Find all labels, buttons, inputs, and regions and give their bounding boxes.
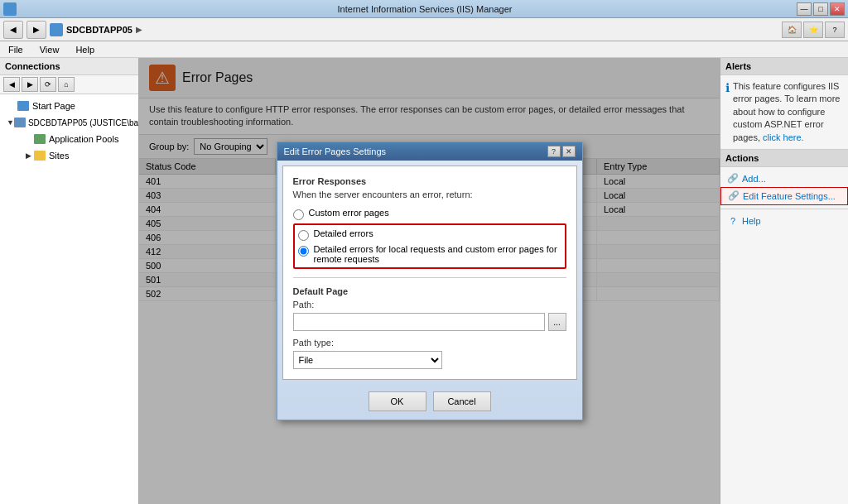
action-add[interactable]: 🔗 Add... xyxy=(720,170,848,187)
title-bar: Internet Information Services (IIS) Mana… xyxy=(0,0,848,18)
radio-highlight-box: Detailed errors Detailed errors for loca… xyxy=(293,223,566,269)
sidebar-tree: Start Page ▼ SDCBDTAPP05 (JUSTICE\bart A… xyxy=(0,94,138,504)
sidebar-item-application-pools[interactable]: Application Pools xyxy=(0,131,138,147)
alerts-link[interactable]: click here. xyxy=(763,132,804,142)
pathtype-select[interactable]: File ExecuteURL Redirect xyxy=(293,351,442,369)
dialog-titlebar: Edit Error Pages Settings ? ✕ xyxy=(277,142,582,161)
ok-button[interactable]: OK xyxy=(369,391,426,411)
back-button[interactable]: ◀ xyxy=(3,21,23,39)
edit-icon: 🔗 xyxy=(728,190,740,202)
right-panel: Alerts ℹ This feature configures IIS err… xyxy=(720,58,848,504)
radio-detailed-local-input[interactable] xyxy=(298,246,309,257)
apppool-icon xyxy=(33,132,46,146)
content-area: ⚠ Error Pages Use this feature to config… xyxy=(139,58,720,504)
dialog-close-button[interactable]: ✕ xyxy=(562,146,576,157)
sidebar-btn-refresh[interactable]: ⟳ xyxy=(40,77,56,92)
server-icon xyxy=(14,116,26,129)
action-edit-label: Edit Feature Settings... xyxy=(743,191,836,201)
sidebar-header: Connections xyxy=(0,58,138,75)
address-arrow: ▶ xyxy=(136,25,142,34)
path-row: ... xyxy=(293,313,566,331)
pathtype-label: Path type: xyxy=(293,338,566,348)
radio-detailed-errors: Detailed errors xyxy=(298,228,561,241)
radio-custom-label: Custom error pages xyxy=(309,208,389,218)
dialog-help-button[interactable]: ? xyxy=(547,146,561,157)
sidebar: Connections ◀ ▶ ⟳ ⌂ Start Page ▼ SDCBDTA… xyxy=(0,58,139,504)
startpage-icon xyxy=(17,99,30,113)
path-label: Path: xyxy=(293,300,566,310)
sidebar-btn-home[interactable]: ⌂ xyxy=(58,77,75,92)
toolbar-btn-2[interactable]: ⭐ xyxy=(803,22,823,38)
address-bar: ◀ ▶ SDCBDTAPP05 ▶ 🏠 ⭐ ? xyxy=(0,18,848,41)
alert-icon: ℹ xyxy=(725,80,730,144)
radio-custom-error-pages: Custom error pages xyxy=(293,208,566,220)
toolbar-btn-3[interactable]: ? xyxy=(825,22,845,38)
tree-item-server[interactable]: ▼ SDCBDTAPP05 (JUSTICE\bart xyxy=(0,114,138,131)
minimize-button[interactable]: — xyxy=(797,2,812,16)
app-icon xyxy=(3,2,17,16)
modal-overlay: Edit Error Pages Settings ? ✕ Error Resp… xyxy=(139,58,720,504)
menu-bar: File View Help xyxy=(0,41,848,58)
add-icon: 🔗 xyxy=(727,173,739,185)
radio-custom-input[interactable] xyxy=(293,209,304,220)
action-help-label: Help xyxy=(742,216,761,226)
radio-detailed-local-label: Detailed errors for local requests and c… xyxy=(314,244,561,264)
dialog-divider xyxy=(293,277,566,278)
menu-help[interactable]: Help xyxy=(70,43,99,56)
actions-list: 🔗 Add... 🔗 Edit Feature Settings... ? He… xyxy=(720,167,848,233)
address-icon xyxy=(50,23,63,36)
close-button[interactable]: ✕ xyxy=(830,2,845,16)
path-input[interactable] xyxy=(293,313,545,331)
radio-detailed-label: Detailed errors xyxy=(314,228,373,238)
actions-divider xyxy=(720,209,848,209)
sidebar-toolbar: ◀ ▶ ⟳ ⌂ xyxy=(0,75,138,94)
tree-item-startpage[interactable]: Start Page xyxy=(0,98,138,114)
alerts-content: ℹ This feature configures IIS error page… xyxy=(720,75,848,150)
edit-error-pages-dialog: Edit Error Pages Settings ? ✕ Error Resp… xyxy=(277,142,583,420)
action-help[interactable]: ? Help xyxy=(720,213,848,229)
dialog-footer: OK Cancel xyxy=(277,385,582,420)
sites-icon xyxy=(33,149,46,162)
menu-file[interactable]: File xyxy=(3,43,28,56)
default-page-label: Default Page xyxy=(293,286,566,296)
cancel-button[interactable]: Cancel xyxy=(433,391,491,411)
sidebar-item-sites[interactable]: ▶ Sites xyxy=(0,147,138,164)
maximize-button[interactable]: □ xyxy=(813,2,828,16)
actions-title: Actions xyxy=(720,150,848,167)
action-edit-feature-settings[interactable]: 🔗 Edit Feature Settings... xyxy=(720,187,848,205)
sidebar-btn-back[interactable]: ◀ xyxy=(3,77,20,92)
menu-view[interactable]: View xyxy=(35,43,65,56)
radio-detailed-input[interactable] xyxy=(298,230,309,241)
dialog-subtitle: When the server encounters an error, ret… xyxy=(293,190,566,199)
window-title: Internet Information Services (IIS) Mana… xyxy=(53,4,797,14)
dialog-title: Edit Error Pages Settings xyxy=(284,146,387,156)
toolbar-btn-1[interactable]: 🏠 xyxy=(782,22,802,38)
radio-detailed-local: Detailed errors for local requests and c… xyxy=(298,244,561,264)
main-layout: Connections ◀ ▶ ⟳ ⌂ Start Page ▼ SDCBDTA… xyxy=(0,58,848,504)
dialog-section-title: Error Responses xyxy=(293,176,566,186)
dialog-content: Error Responses When the server encounte… xyxy=(282,166,577,380)
error-response-radio-group: Custom error pages Detailed errors Detai… xyxy=(293,208,566,269)
alerts-title: Alerts xyxy=(720,58,848,75)
alerts-text: This feature configures IIS error pages.… xyxy=(733,80,843,144)
help-icon: ? xyxy=(727,215,739,227)
forward-button[interactable]: ▶ xyxy=(26,21,46,39)
browse-button[interactable]: ... xyxy=(548,313,566,331)
window-controls: — □ ✕ xyxy=(797,2,845,16)
action-add-label: Add... xyxy=(742,174,766,184)
sidebar-btn-forward[interactable]: ▶ xyxy=(22,77,38,92)
address-path: SDCBDTAPP05 xyxy=(66,25,132,35)
